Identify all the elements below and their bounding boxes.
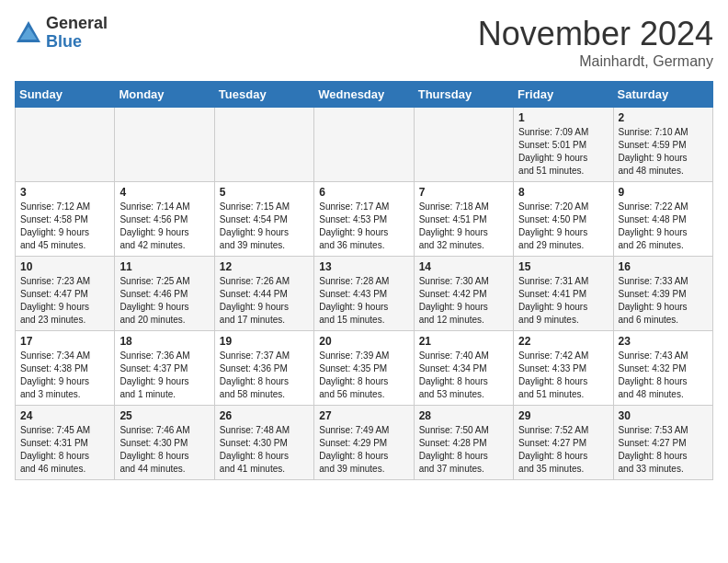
day-info: Sunrise: 7:31 AM Sunset: 4:41 PM Dayligh… — [518, 275, 608, 327]
calendar-cell: 17Sunrise: 7:34 AM Sunset: 4:38 PM Dayli… — [16, 331, 115, 406]
calendar-cell: 28Sunrise: 7:50 AM Sunset: 4:28 PM Dayli… — [414, 406, 513, 480]
day-info: Sunrise: 7:09 AM Sunset: 5:01 PM Dayligh… — [518, 126, 608, 178]
month-title: November 2024 — [478, 15, 713, 53]
day-info: Sunrise: 7:25 AM Sunset: 4:46 PM Dayligh… — [119, 275, 209, 327]
location-subtitle: Mainhardt, Germany — [478, 53, 713, 70]
day-info: Sunrise: 7:45 AM Sunset: 4:31 PM Dayligh… — [20, 424, 109, 476]
day-number: 11 — [119, 260, 209, 273]
day-info: Sunrise: 7:20 AM Sunset: 4:50 PM Dayligh… — [518, 201, 608, 252]
day-number: 20 — [319, 335, 408, 348]
day-info: Sunrise: 7:37 AM Sunset: 4:36 PM Dayligh… — [220, 350, 309, 401]
calendar-cell: 12Sunrise: 7:26 AM Sunset: 4:44 PM Dayli… — [214, 257, 313, 331]
calendar-cell — [214, 108, 313, 182]
calendar-cell — [314, 108, 414, 182]
day-number: 8 — [518, 186, 608, 199]
day-of-week-thursday: Thursday — [414, 82, 513, 108]
calendar-cell: 1Sunrise: 7:09 AM Sunset: 5:01 PM Daylig… — [514, 108, 613, 182]
calendar-cell: 24Sunrise: 7:45 AM Sunset: 4:31 PM Dayli… — [16, 406, 115, 480]
day-info: Sunrise: 7:52 AM Sunset: 4:27 PM Dayligh… — [518, 424, 608, 476]
calendar-cell: 20Sunrise: 7:39 AM Sunset: 4:35 PM Dayli… — [314, 331, 414, 406]
calendar-cell: 16Sunrise: 7:33 AM Sunset: 4:39 PM Dayli… — [613, 257, 712, 331]
calendar-cell — [414, 108, 513, 182]
calendar-cell: 21Sunrise: 7:40 AM Sunset: 4:34 PM Dayli… — [414, 331, 513, 406]
week-row: 1Sunrise: 7:09 AM Sunset: 5:01 PM Daylig… — [16, 108, 713, 182]
day-info: Sunrise: 7:30 AM Sunset: 4:42 PM Dayligh… — [419, 275, 508, 327]
calendar-table: SundayMondayTuesdayWednesdayThursdayFrid… — [15, 81, 713, 480]
calendar-cell: 18Sunrise: 7:36 AM Sunset: 4:37 PM Dayli… — [115, 331, 214, 406]
calendar-cell: 19Sunrise: 7:37 AM Sunset: 4:36 PM Dayli… — [214, 331, 313, 406]
day-number: 3 — [20, 186, 109, 199]
calendar-cell: 29Sunrise: 7:52 AM Sunset: 4:27 PM Dayli… — [514, 406, 613, 480]
calendar-cell: 9Sunrise: 7:22 AM Sunset: 4:48 PM Daylig… — [613, 182, 712, 257]
day-number: 6 — [319, 186, 408, 199]
week-row: 24Sunrise: 7:45 AM Sunset: 4:31 PM Dayli… — [16, 406, 713, 480]
day-of-week-tuesday: Tuesday — [214, 82, 313, 108]
day-of-week-wednesday: Wednesday — [314, 82, 414, 108]
day-number: 25 — [119, 409, 209, 422]
day-info: Sunrise: 7:14 AM Sunset: 4:56 PM Dayligh… — [119, 201, 209, 252]
day-info: Sunrise: 7:15 AM Sunset: 4:54 PM Dayligh… — [220, 201, 309, 252]
day-of-week-friday: Friday — [514, 82, 613, 108]
calendar-cell: 25Sunrise: 7:46 AM Sunset: 4:30 PM Dayli… — [115, 406, 214, 480]
day-number: 12 — [220, 260, 309, 273]
calendar-cell: 23Sunrise: 7:43 AM Sunset: 4:32 PM Dayli… — [613, 331, 712, 406]
calendar-cell: 3Sunrise: 7:12 AM Sunset: 4:58 PM Daylig… — [16, 182, 115, 257]
calendar-cell: 15Sunrise: 7:31 AM Sunset: 4:41 PM Dayli… — [514, 257, 613, 331]
page-header: General Blue November 2024 Mainhardt, Ge… — [15, 15, 713, 70]
day-info: Sunrise: 7:43 AM Sunset: 4:32 PM Dayligh… — [619, 350, 708, 401]
day-number: 16 — [619, 260, 708, 273]
day-info: Sunrise: 7:36 AM Sunset: 4:37 PM Dayligh… — [119, 350, 209, 401]
day-of-week-sunday: Sunday — [16, 82, 115, 108]
days-of-week-row: SundayMondayTuesdayWednesdayThursdayFrid… — [16, 82, 713, 108]
calendar-cell: 26Sunrise: 7:48 AM Sunset: 4:30 PM Dayli… — [214, 406, 313, 480]
day-number: 19 — [220, 335, 309, 348]
day-number: 28 — [419, 409, 508, 422]
calendar-cell: 6Sunrise: 7:17 AM Sunset: 4:53 PM Daylig… — [314, 182, 414, 257]
calendar-cell: 27Sunrise: 7:49 AM Sunset: 4:29 PM Dayli… — [314, 406, 414, 480]
day-number: 18 — [119, 335, 209, 348]
day-number: 15 — [518, 260, 608, 273]
day-number: 1 — [518, 111, 608, 124]
calendar-cell: 14Sunrise: 7:30 AM Sunset: 4:42 PM Dayli… — [414, 257, 513, 331]
day-info: Sunrise: 7:22 AM Sunset: 4:48 PM Dayligh… — [619, 201, 708, 252]
day-number: 26 — [220, 409, 309, 422]
day-of-week-saturday: Saturday — [613, 82, 712, 108]
day-info: Sunrise: 7:23 AM Sunset: 4:47 PM Dayligh… — [20, 275, 109, 327]
calendar-cell: 8Sunrise: 7:20 AM Sunset: 4:50 PM Daylig… — [514, 182, 613, 257]
day-info: Sunrise: 7:49 AM Sunset: 4:29 PM Dayligh… — [319, 424, 408, 476]
day-number: 29 — [518, 409, 608, 422]
day-number: 4 — [119, 186, 209, 199]
day-info: Sunrise: 7:34 AM Sunset: 4:38 PM Dayligh… — [20, 350, 109, 401]
day-number: 30 — [619, 409, 708, 422]
logo-general-text: General — [46, 15, 108, 33]
day-info: Sunrise: 7:26 AM Sunset: 4:44 PM Dayligh… — [220, 275, 309, 327]
day-of-week-monday: Monday — [115, 82, 214, 108]
day-info: Sunrise: 7:18 AM Sunset: 4:51 PM Dayligh… — [419, 201, 508, 252]
day-number: 9 — [619, 186, 708, 199]
day-number: 2 — [619, 111, 708, 124]
day-info: Sunrise: 7:48 AM Sunset: 4:30 PM Dayligh… — [220, 424, 309, 476]
calendar-cell: 13Sunrise: 7:28 AM Sunset: 4:43 PM Dayli… — [314, 257, 414, 331]
day-info: Sunrise: 7:12 AM Sunset: 4:58 PM Dayligh… — [20, 201, 109, 252]
day-info: Sunrise: 7:39 AM Sunset: 4:35 PM Dayligh… — [319, 350, 408, 401]
week-row: 17Sunrise: 7:34 AM Sunset: 4:38 PM Dayli… — [16, 331, 713, 406]
calendar-cell: 7Sunrise: 7:18 AM Sunset: 4:51 PM Daylig… — [414, 182, 513, 257]
day-number: 5 — [220, 186, 309, 199]
day-info: Sunrise: 7:46 AM Sunset: 4:30 PM Dayligh… — [119, 424, 209, 476]
calendar-cell — [16, 108, 115, 182]
day-number: 27 — [319, 409, 408, 422]
week-row: 10Sunrise: 7:23 AM Sunset: 4:47 PM Dayli… — [16, 257, 713, 331]
day-info: Sunrise: 7:10 AM Sunset: 4:59 PM Dayligh… — [619, 126, 708, 178]
day-number: 24 — [20, 409, 109, 422]
calendar-cell: 4Sunrise: 7:14 AM Sunset: 4:56 PM Daylig… — [115, 182, 214, 257]
logo-text: General Blue — [46, 15, 108, 52]
day-info: Sunrise: 7:42 AM Sunset: 4:33 PM Dayligh… — [518, 350, 608, 401]
logo: General Blue — [15, 15, 108, 52]
logo-icon — [15, 19, 42, 47]
day-number: 14 — [419, 260, 508, 273]
day-number: 13 — [319, 260, 408, 273]
calendar-cell: 2Sunrise: 7:10 AM Sunset: 4:59 PM Daylig… — [613, 108, 712, 182]
calendar-cell: 10Sunrise: 7:23 AM Sunset: 4:47 PM Dayli… — [16, 257, 115, 331]
day-number: 10 — [20, 260, 109, 273]
day-info: Sunrise: 7:17 AM Sunset: 4:53 PM Dayligh… — [319, 201, 408, 252]
